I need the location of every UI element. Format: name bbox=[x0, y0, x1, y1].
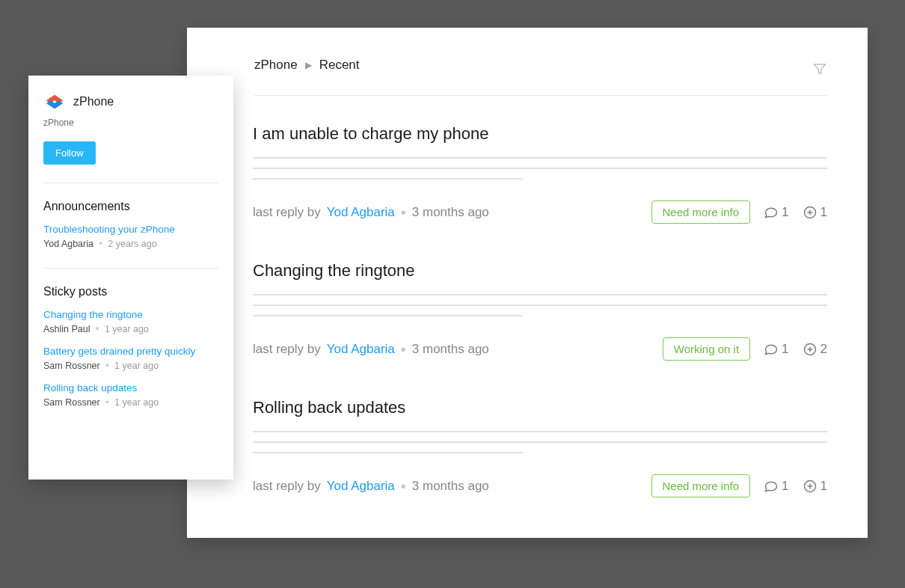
thread-actions: Need more info 1 1 bbox=[651, 474, 828, 497]
status-badge[interactable]: Need more info bbox=[651, 200, 751, 224]
item-link[interactable]: Battery gets drained pretty quickly bbox=[43, 346, 218, 357]
thread-title[interactable]: Rolling back updates bbox=[253, 398, 827, 417]
thread-item[interactable]: AP I am unable to charge my phone last r… bbox=[254, 96, 827, 233]
comment-icon bbox=[764, 205, 779, 220]
separator-dot: • bbox=[401, 342, 406, 357]
brand-name: zPhone bbox=[73, 95, 114, 108]
reply-author[interactable]: Yod Agbaria bbox=[327, 342, 395, 357]
logo-icon bbox=[43, 91, 66, 113]
item-link[interactable]: Rolling back updates bbox=[43, 382, 218, 393]
separator-dot: • bbox=[401, 205, 406, 220]
followers-count[interactable]: 1 bbox=[803, 479, 827, 494]
thread-item[interactable]: SR Rolling back updates last reply by Yo… bbox=[254, 370, 827, 506]
item-byline: Sam Rossner • 1 year ago bbox=[43, 397, 159, 408]
thread-body: I am unable to charge my phone last repl… bbox=[253, 124, 827, 224]
comments-count[interactable]: 1 bbox=[764, 205, 788, 220]
reply-time: 3 months ago bbox=[412, 205, 489, 220]
reply-author[interactable]: Yod Agbaria bbox=[327, 205, 395, 220]
content-preview bbox=[253, 294, 827, 316]
status-badge[interactable]: Working on it bbox=[663, 337, 750, 361]
breadcrumb-current[interactable]: Recent bbox=[319, 58, 360, 73]
reply-author[interactable]: Yod Agbaria bbox=[327, 479, 395, 494]
brand-subtitle: zPhone bbox=[43, 117, 218, 128]
filter-icon[interactable] bbox=[812, 61, 827, 76]
announcements-block: Announcements Troubleshooting your zPhon… bbox=[43, 183, 218, 250]
breadcrumb: zPhone ▶ Recent bbox=[254, 58, 827, 96]
list-item[interactable]: Battery gets drained pretty quickly Sam … bbox=[43, 346, 218, 372]
reply-prefix: last reply by bbox=[253, 479, 321, 494]
thread-actions: Working on it 1 2 bbox=[663, 337, 827, 361]
thread-body: Rolling back updates last reply by Yod A… bbox=[253, 398, 827, 497]
list-item[interactable]: Changing the ringtone Ashlin Paul • 1 ye… bbox=[43, 309, 218, 335]
reply-prefix: last reply by bbox=[253, 342, 321, 357]
comment-icon bbox=[764, 342, 779, 357]
thread-meta: last reply by Yod Agbaria • 3 months ago… bbox=[253, 200, 827, 224]
follow-button[interactable]: Follow bbox=[43, 141, 96, 165]
status-badge[interactable]: Need more info bbox=[651, 474, 751, 497]
plus-circle-icon bbox=[803, 342, 817, 357]
sidebar-card: zPhone zPhone Follow Announcements Troub… bbox=[28, 76, 233, 480]
comment-icon bbox=[764, 479, 779, 494]
followers-count[interactable]: 2 bbox=[803, 342, 827, 357]
thread-title[interactable]: Changing the ringtone bbox=[253, 261, 827, 281]
list-item[interactable]: Troubleshooting your zPhone Yod Agbaria … bbox=[43, 224, 218, 250]
thread-actions: Need more info 1 1 bbox=[651, 200, 828, 224]
list-item[interactable]: Rolling back updates Sam Rossner • 1 yea… bbox=[43, 382, 218, 408]
item-byline: Ashlin Paul • 1 year ago bbox=[43, 324, 149, 334]
item-link[interactable]: Changing the ringtone bbox=[43, 309, 218, 320]
thread-meta: last reply by Yod Agbaria • 3 months ago… bbox=[253, 337, 827, 361]
thread-meta: last reply by Yod Agbaria • 3 months ago… bbox=[253, 474, 827, 497]
plus-circle-icon bbox=[803, 479, 817, 494]
sticky-posts-heading: Sticky posts bbox=[43, 285, 218, 298]
reply-time: 3 months ago bbox=[412, 479, 489, 494]
followers-count[interactable]: 1 bbox=[803, 205, 827, 220]
reply-prefix: last reply by bbox=[253, 205, 321, 220]
announcements-heading: Announcements bbox=[43, 200, 218, 213]
main-panel: zPhone ▶ Recent AP I am unable to charge… bbox=[187, 28, 868, 538]
thread-item[interactable]: AP Changing the ringtone last reply by Y… bbox=[254, 233, 827, 370]
comments-count[interactable]: 1 bbox=[764, 342, 788, 357]
item-byline: Yod Agbaria • 2 years ago bbox=[43, 239, 157, 249]
item-link[interactable]: Troubleshooting your zPhone bbox=[43, 224, 218, 235]
reply-time: 3 months ago bbox=[412, 342, 489, 357]
breadcrumb-root[interactable]: zPhone bbox=[254, 58, 298, 73]
sticky-posts-block: Sticky posts Changing the ringtone Ashli… bbox=[43, 268, 218, 408]
thread-title[interactable]: I am unable to charge my phone bbox=[253, 124, 827, 144]
item-byline: Sam Rossner • 1 year ago bbox=[43, 361, 159, 371]
separator-dot: • bbox=[401, 479, 406, 494]
comments-count[interactable]: 1 bbox=[764, 479, 788, 494]
chevron-right-icon: ▶ bbox=[305, 60, 312, 70]
content-preview bbox=[253, 431, 827, 453]
content-preview bbox=[253, 157, 827, 180]
plus-circle-icon bbox=[803, 205, 817, 220]
brand: zPhone bbox=[43, 91, 218, 113]
thread-body: Changing the ringtone last reply by Yod … bbox=[253, 261, 827, 361]
